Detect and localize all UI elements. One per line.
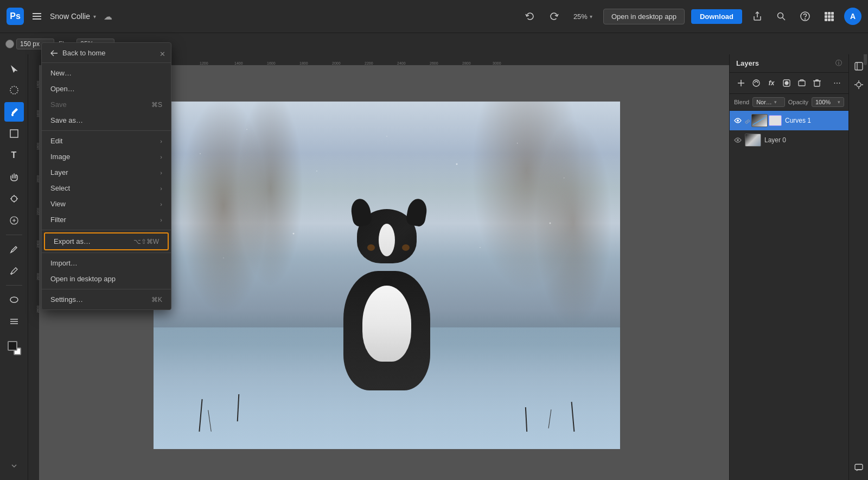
menu-item-image[interactable]: Image › bbox=[42, 149, 171, 165]
svg-rect-14 bbox=[825, 18, 827, 21]
zoom-control[interactable]: 25% ▾ bbox=[569, 8, 597, 25]
redo-button[interactable] bbox=[545, 8, 563, 25]
layer-item-layer0[interactable]: Layer 0 bbox=[730, 130, 848, 150]
mask-button[interactable] bbox=[780, 76, 794, 90]
layer-icons-curves1 bbox=[745, 114, 782, 127]
tool-marquee[interactable] bbox=[4, 80, 24, 100]
tool-select[interactable] bbox=[4, 59, 24, 78]
svg-rect-37 bbox=[855, 464, 863, 470]
svg-point-27 bbox=[753, 80, 760, 86]
tool-eyedropper[interactable] bbox=[4, 261, 24, 281]
svg-rect-12 bbox=[828, 15, 831, 18]
layer-name-layer0: Layer 0 bbox=[764, 136, 844, 144]
right-vertical-icons bbox=[848, 54, 868, 480]
svg-rect-9 bbox=[828, 12, 831, 15]
menu-item-select[interactable]: Select › bbox=[42, 180, 171, 196]
svg-rect-2 bbox=[33, 18, 41, 20]
cloud-icon[interactable]: ☁ bbox=[104, 11, 112, 22]
hamburger-menu-button[interactable] bbox=[29, 9, 44, 24]
menu-separator-4 bbox=[42, 289, 171, 289]
menu-item-export-as[interactable]: Export as… ⌥⇧⌘W bbox=[44, 232, 169, 250]
layer-thumbnail-layer0 bbox=[745, 134, 761, 147]
collapse-toolbar[interactable] bbox=[4, 456, 24, 476]
menu-item-view[interactable]: View › bbox=[42, 196, 171, 212]
zoom-chevron: ▾ bbox=[590, 14, 592, 20]
layer-item-curves1[interactable]: Curves 1 bbox=[730, 111, 848, 130]
document-title[interactable]: Snow Collie ▾ bbox=[50, 12, 96, 21]
right-icon-comments[interactable] bbox=[851, 460, 866, 476]
svg-point-33 bbox=[737, 139, 739, 141]
close-menu-button[interactable]: ✕ bbox=[159, 50, 165, 58]
svg-point-17 bbox=[10, 86, 18, 94]
layers-list: Curves 1 Layer 0 bbox=[730, 111, 848, 480]
layer-name-curves1: Curves 1 bbox=[785, 117, 844, 124]
ruler-vertical: 1400 1600 1800 2000 2200 2400 2600 2800 bbox=[28, 65, 39, 480]
svg-rect-0 bbox=[33, 13, 41, 14]
user-avatar[interactable]: A bbox=[844, 8, 861, 25]
tool-pen[interactable] bbox=[4, 239, 24, 259]
svg-rect-34 bbox=[855, 62, 863, 70]
menu-item-new[interactable]: New… bbox=[42, 65, 171, 81]
layers-panel-title: Layers bbox=[736, 59, 832, 67]
search-button[interactable] bbox=[773, 8, 790, 25]
svg-rect-31 bbox=[814, 81, 820, 86]
menu-item-filter[interactable]: Filter › bbox=[42, 212, 171, 228]
canvas-image[interactable] bbox=[154, 102, 620, 449]
menu-separator-3 bbox=[42, 252, 171, 253]
add-layer-button[interactable] bbox=[734, 76, 748, 90]
tool-hand[interactable] bbox=[4, 167, 24, 187]
svg-rect-15 bbox=[828, 18, 831, 21]
svg-rect-18 bbox=[10, 130, 18, 137]
menu-item-settings[interactable]: Settings… ⌘K bbox=[42, 292, 171, 307]
open-in-desktop-button[interactable]: Open in desktop app bbox=[603, 9, 685, 24]
blend-mode-dropdown[interactable]: Nor… ▾ bbox=[752, 97, 785, 107]
help-button[interactable] bbox=[796, 8, 814, 25]
layer-visibility-curves1[interactable] bbox=[734, 116, 742, 125]
menu-item-layer[interactable]: Layer › bbox=[42, 165, 171, 180]
title-chevron: ▾ bbox=[93, 14, 96, 20]
more-layers-button[interactable]: ··· bbox=[830, 76, 844, 90]
svg-rect-8 bbox=[825, 12, 827, 15]
menu-item-back-home[interactable]: Back to home ✕ bbox=[42, 45, 171, 63]
menu-item-import[interactable]: Import… bbox=[42, 255, 171, 271]
blend-opacity-row: Blend Nor… ▾ Opacity 100% ▾ bbox=[730, 94, 848, 111]
title-text: Snow Collie bbox=[50, 12, 90, 21]
svg-rect-11 bbox=[825, 15, 827, 18]
layer-mask-curves1 bbox=[769, 115, 782, 126]
tool-brush[interactable] bbox=[4, 102, 24, 122]
foreground-color[interactable] bbox=[8, 341, 17, 351]
topbar-right-controls: 25% ▾ Open in desktop app Download A bbox=[521, 8, 861, 25]
layers-panel-header: Layers ⓘ bbox=[730, 54, 848, 73]
menu-item-open-desktop[interactable]: Open in desktop app bbox=[42, 271, 171, 287]
tool-type[interactable]: T bbox=[4, 146, 24, 165]
download-button[interactable]: Download bbox=[691, 9, 742, 24]
menu-item-save-as[interactable]: Save as… bbox=[42, 112, 171, 128]
color-switcher[interactable] bbox=[4, 338, 24, 357]
tool-smart[interactable] bbox=[4, 211, 24, 230]
fx-button[interactable]: fx bbox=[764, 76, 778, 90]
svg-rect-10 bbox=[831, 12, 834, 15]
delete-layer-button[interactable] bbox=[810, 76, 824, 90]
opacity-label: Opacity bbox=[788, 99, 808, 105]
adjustment-layer-button[interactable] bbox=[749, 76, 763, 90]
menu-item-edit[interactable]: Edit › bbox=[42, 133, 171, 149]
opacity-input[interactable]: 100% ▾ bbox=[812, 97, 844, 107]
layers-info-icon[interactable]: ⓘ bbox=[835, 59, 842, 68]
share-button[interactable] bbox=[749, 8, 766, 25]
layer-visibility-layer0[interactable] bbox=[734, 136, 742, 144]
svg-rect-16 bbox=[831, 18, 834, 21]
tool-ellipse[interactable] bbox=[4, 290, 24, 310]
undo-button[interactable] bbox=[521, 8, 539, 25]
layers-icons-row: fx ··· bbox=[730, 73, 848, 94]
menu-item-save: Save ⌘S bbox=[42, 97, 171, 112]
tool-adjustment[interactable] bbox=[4, 189, 24, 209]
group-button[interactable] bbox=[795, 76, 809, 90]
svg-rect-13 bbox=[831, 15, 834, 18]
right-icon-adjustments[interactable] bbox=[851, 77, 866, 92]
apps-button[interactable] bbox=[820, 8, 838, 25]
svg-point-32 bbox=[737, 119, 739, 122]
tool-line[interactable] bbox=[4, 312, 24, 331]
menu-item-open[interactable]: Open… bbox=[42, 81, 171, 97]
menu-separator-2 bbox=[42, 230, 171, 230]
tool-rectangle[interactable] bbox=[4, 124, 24, 143]
